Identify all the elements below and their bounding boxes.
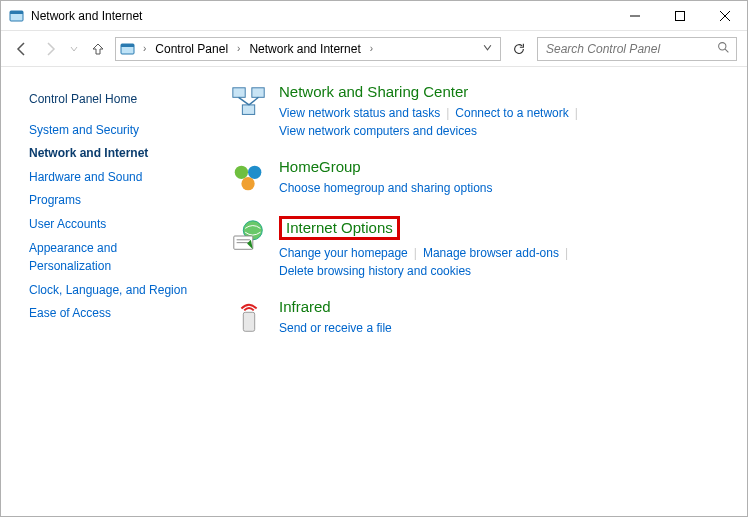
body: Control Panel Home System and Security N… [1,67,747,516]
window: Network and Internet [0,0,748,517]
chevron-right-icon[interactable]: › [140,43,149,54]
svg-line-14 [249,97,259,105]
sidebar-home[interactable]: Control Panel Home [29,90,197,109]
search-box[interactable] [537,37,737,61]
svg-point-16 [248,166,261,179]
svg-rect-1 [10,11,23,14]
svg-point-17 [241,177,254,190]
back-button[interactable] [11,38,33,60]
network-sharing-icon [229,83,269,123]
address-bar[interactable]: › Control Panel › Network and Internet › [115,37,501,61]
task-manage-addons[interactable]: Manage browser add-ons [423,246,559,260]
internet-options-icon [229,216,269,256]
navbar: › Control Panel › Network and Internet › [1,31,747,67]
category-title-infrared[interactable]: Infrared [279,298,331,315]
sidebar: Control Panel Home System and Security N… [1,67,211,516]
search-icon[interactable] [717,41,730,57]
category-body: Network and Sharing Center View network … [279,83,729,140]
homegroup-icon [229,158,269,198]
titlebar: Network and Internet [1,1,747,31]
breadcrumb-root[interactable]: Control Panel [153,42,230,56]
svg-line-9 [725,49,728,52]
task-delete-history[interactable]: Delete browsing history and cookies [279,264,471,278]
task-row: Choose homegroup and sharing options [279,179,729,197]
category-title-network-sharing[interactable]: Network and Sharing Center [279,83,468,100]
recent-dropdown-icon[interactable] [67,38,81,60]
sidebar-item-clock-language[interactable]: Clock, Language, and Region [29,281,197,300]
main-content: Network and Sharing Center View network … [211,67,747,516]
breadcrumb-current[interactable]: Network and Internet [247,42,362,56]
svg-rect-11 [252,88,264,98]
task-view-network-devices[interactable]: View network computers and devices [279,124,477,138]
category-title-homegroup[interactable]: HomeGroup [279,158,361,175]
divider: | [569,106,584,120]
svg-point-8 [719,42,726,49]
svg-point-15 [235,166,248,179]
svg-rect-12 [242,105,254,115]
control-panel-icon [9,8,25,24]
task-connect-network[interactable]: Connect to a network [455,106,568,120]
category-body: HomeGroup Choose homegroup and sharing o… [279,158,729,198]
sidebar-item-hardware-sound[interactable]: Hardware and Sound [29,168,197,187]
address-dropdown-icon[interactable] [479,43,496,54]
sidebar-item-ease-of-access[interactable]: Ease of Access [29,304,197,323]
task-send-receive-file[interactable]: Send or receive a file [279,321,392,335]
forward-button[interactable] [39,38,61,60]
svg-line-13 [239,97,249,105]
category-network-sharing: Network and Sharing Center View network … [229,83,729,140]
sidebar-item-programs[interactable]: Programs [29,191,197,210]
window-title: Network and Internet [31,9,612,23]
task-row: View network status and tasks|Connect to… [279,104,729,140]
sidebar-item-appearance[interactable]: Appearance and Personalization [29,239,197,276]
refresh-button[interactable] [507,37,531,61]
control-panel-icon [120,41,136,57]
category-body: Internet Options Change your homepage|Ma… [279,216,729,280]
svg-rect-7 [121,44,134,47]
divider: | [559,246,574,260]
task-homegroup-options[interactable]: Choose homegroup and sharing options [279,181,492,195]
sidebar-item-user-accounts[interactable]: User Accounts [29,215,197,234]
category-title-internet-options[interactable]: Internet Options [279,216,400,240]
chevron-right-icon[interactable]: › [234,43,243,54]
divider: | [408,246,423,260]
up-button[interactable] [87,38,109,60]
sidebar-item-system-security[interactable]: System and Security [29,121,197,140]
task-change-homepage[interactable]: Change your homepage [279,246,408,260]
svg-rect-10 [233,88,245,98]
close-button[interactable] [702,1,747,30]
category-internet-options: Internet Options Change your homepage|Ma… [229,216,729,280]
minimize-button[interactable] [612,1,657,30]
task-row: Send or receive a file [279,319,729,337]
category-body: Infrared Send or receive a file [279,298,729,338]
svg-rect-3 [675,11,684,20]
sidebar-item-network-internet[interactable]: Network and Internet [29,144,197,163]
chevron-right-icon[interactable]: › [367,43,376,54]
maximize-button[interactable] [657,1,702,30]
infrared-icon [229,298,269,338]
category-homegroup: HomeGroup Choose homegroup and sharing o… [229,158,729,198]
task-row: Change your homepage|Manage browser add-… [279,244,729,280]
task-view-network-status[interactable]: View network status and tasks [279,106,440,120]
svg-rect-22 [243,312,254,331]
divider: | [440,106,455,120]
search-input[interactable] [544,41,717,57]
category-infrared: Infrared Send or receive a file [229,298,729,338]
